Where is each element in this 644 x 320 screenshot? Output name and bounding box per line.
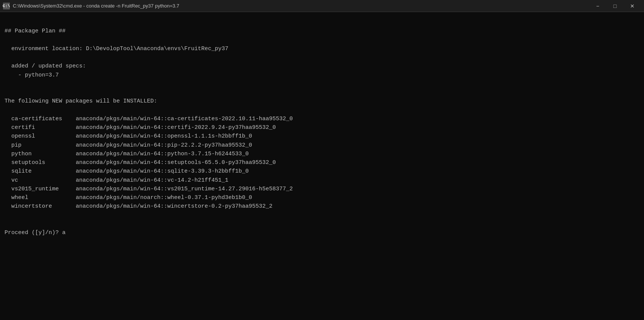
terminal-output: ## Package Plan ## environment location:… bbox=[0, 12, 644, 320]
terminal-line bbox=[5, 88, 639, 97]
terminal-line: certifi anaconda/pkgs/main/win-64::certi… bbox=[5, 123, 639, 132]
window-icon: C:\ bbox=[3, 3, 10, 9]
terminal-line bbox=[5, 36, 639, 44]
terminal-line: sqlite anaconda/pkgs/main/win-64::sqlite… bbox=[5, 167, 639, 176]
cmd-window: C:\ C:\Windows\System32\cmd.exe - conda … bbox=[0, 0, 644, 320]
terminal-line: ca-certificates anaconda/pkgs/main/win-6… bbox=[5, 115, 639, 123]
title-bar: C:\ C:\Windows\System32\cmd.exe - conda … bbox=[0, 0, 644, 12]
terminal-line bbox=[5, 220, 639, 228]
close-button[interactable]: ✕ bbox=[624, 0, 641, 12]
terminal-line: Proceed ([y]/n)? a bbox=[5, 228, 639, 237]
terminal-line: ## Package Plan ## bbox=[5, 27, 639, 35]
terminal-line: openssl anaconda/pkgs/main/win-64::opens… bbox=[5, 132, 639, 141]
terminal-line: vs2015_runtime anaconda/pkgs/main/win-64… bbox=[5, 185, 639, 193]
terminal-line: setuptools anaconda/pkgs/main/win-64::se… bbox=[5, 158, 639, 167]
terminal-line: The following NEW packages will be INSTA… bbox=[5, 97, 639, 106]
terminal-line bbox=[5, 18, 639, 27]
terminal-line: - python=3.7 bbox=[5, 71, 639, 80]
terminal-line: python anaconda/pkgs/main/win-64::python… bbox=[5, 150, 639, 158]
terminal-line bbox=[5, 106, 639, 115]
terminal-line: environment location: D:\DevolopTool\Ana… bbox=[5, 44, 639, 53]
terminal-line bbox=[5, 211, 639, 220]
terminal-line bbox=[5, 53, 639, 62]
terminal-line: added / updated specs: bbox=[5, 62, 639, 70]
minimize-button[interactable]: − bbox=[589, 0, 606, 12]
terminal-line: wheel anaconda/pkgs/main/noarch::wheel-0… bbox=[5, 193, 639, 202]
terminal-line: wincertstore anaconda/pkgs/main/win-64::… bbox=[5, 202, 639, 211]
window-controls: − □ ✕ bbox=[589, 0, 641, 12]
terminal-line bbox=[5, 80, 639, 88]
maximize-button[interactable]: □ bbox=[606, 0, 624, 12]
terminal-line: vc anaconda/pkgs/main/win-64::vc-14.2-h2… bbox=[5, 176, 639, 185]
window-title: C:\Windows\System32\cmd.exe - conda crea… bbox=[13, 3, 589, 9]
terminal-line: pip anaconda/pkgs/main/win-64::pip-22.2.… bbox=[5, 141, 639, 150]
